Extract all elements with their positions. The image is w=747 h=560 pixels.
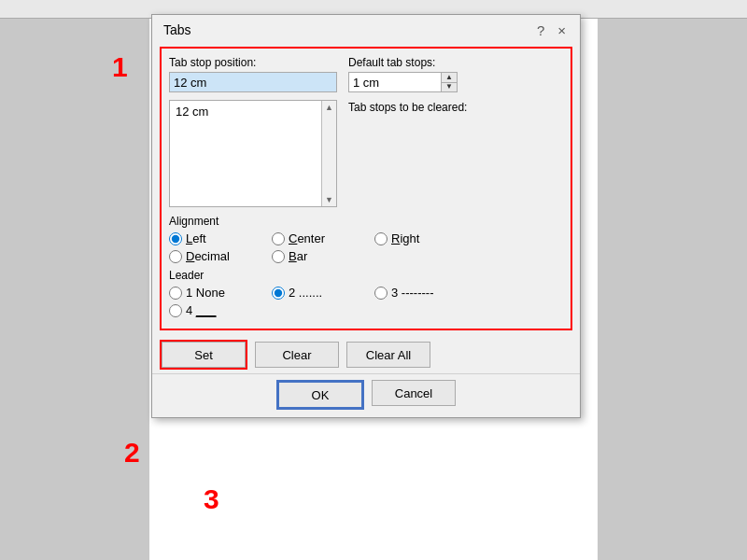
alignment-right-radio[interactable] [374, 232, 388, 245]
alignment-center[interactable]: Center [272, 231, 374, 245]
leader-section: Leader 1 None 2 ....... 3 -------- [169, 269, 563, 317]
alignment-center-radio[interactable] [272, 232, 285, 245]
tab-stop-input[interactable] [169, 72, 337, 92]
tabs-dialog: Tabs ? × Tab stop position: Default tab … [151, 14, 581, 418]
leader-4[interactable]: 4 ___ [169, 303, 272, 317]
leader-4-label: 4 ___ [186, 303, 217, 317]
alignment-bar-radio[interactable] [272, 250, 285, 263]
leader-3-radio[interactable] [374, 287, 388, 300]
close-button[interactable]: × [555, 23, 569, 37]
alignment-decimal[interactable]: Decimal [169, 249, 272, 263]
default-tab-stops-group: Default tab stops: ▲ ▼ [348, 56, 458, 92]
main-section: Tab stop position: Default tab stops: ▲ … [160, 47, 572, 330]
ok-button[interactable]: OK [278, 382, 362, 408]
leader-1[interactable]: 1 None [169, 286, 272, 300]
alignment-label: Alignment [169, 215, 563, 228]
cancel-button[interactable]: Cancel [372, 380, 456, 406]
alignment-right[interactable]: Right [374, 231, 477, 245]
leader-2-label: 2 ....... [289, 286, 322, 300]
alignment-left-label: Left [186, 231, 206, 245]
scroll-up-arrow[interactable]: ▲ [323, 101, 335, 114]
list-item[interactable]: 12 cm [172, 103, 334, 120]
default-tab-row: ▲ ▼ [348, 72, 458, 92]
scrollbar-vertical[interactable]: ▲ ▼ [321, 101, 336, 206]
leader-3[interactable]: 3 -------- [374, 286, 477, 300]
default-tab-label: Default tab stops: [348, 56, 458, 69]
alignment-decimal-label: Decimal [186, 249, 230, 263]
leader-4-radio[interactable] [169, 304, 182, 317]
default-tab-input[interactable] [348, 72, 442, 92]
alignment-row-1: Left Center Right [169, 231, 563, 245]
btn-row-1-inner: Set Clear Clear All [160, 340, 572, 370]
scroll-down-arrow[interactable]: ▼ [323, 193, 335, 206]
tab-list: 12 cm [170, 101, 336, 206]
alignment-bar-label: Bar [289, 249, 307, 263]
to-clear-label: Tab stops to be cleared: [348, 101, 467, 114]
clear-button[interactable]: Clear [255, 342, 339, 368]
set-button-wrapper: Set [160, 340, 247, 370]
tab-list-container: 12 cm ▲ ▼ [169, 100, 337, 207]
button-row-1: Set Clear Clear All [152, 334, 580, 373]
clear-all-button[interactable]: Clear All [346, 342, 430, 368]
tab-stop-position-group: Tab stop position: [169, 56, 337, 92]
tab-stops-area: 12 cm ▲ ▼ Tab stops to be cleared: [169, 100, 563, 207]
leader-3-label: 3 -------- [391, 286, 433, 300]
ok-button-wrapper: OK [276, 380, 364, 410]
alignment-bar[interactable]: Bar [272, 249, 374, 263]
leader-2[interactable]: 2 ....... [272, 286, 374, 300]
dialog-title: Tabs [163, 22, 191, 37]
leader-1-label: 1 None [186, 286, 225, 300]
annotation-1: 1 [112, 51, 128, 83]
annotation-3: 3 [204, 483, 219, 515]
spinner: ▲ ▼ [442, 72, 458, 92]
alignment-left[interactable]: Left [169, 231, 272, 245]
alignment-center-label: Center [289, 231, 325, 245]
leader-label: Leader [169, 269, 563, 282]
fields-row: Tab stop position: Default tab stops: ▲ … [169, 56, 563, 92]
alignment-decimal-radio[interactable] [169, 250, 182, 263]
set-button[interactable]: Set [162, 342, 246, 368]
alignment-left-radio[interactable] [169, 232, 182, 245]
spinner-up[interactable]: ▲ [442, 73, 457, 82]
tab-stop-label: Tab stop position: [169, 56, 337, 69]
spinner-down[interactable]: ▼ [442, 83, 457, 92]
dialog-titlebar: Tabs ? × [152, 15, 580, 43]
leader-1-radio[interactable] [169, 287, 182, 300]
leader-2-radio[interactable] [272, 287, 285, 300]
tab-stops-to-clear-group: Tab stops to be cleared: [348, 100, 563, 114]
leader-row-1: 1 None 2 ....... 3 -------- [169, 286, 563, 300]
button-row-2: OK Cancel [152, 373, 580, 417]
titlebar-controls: ? × [534, 23, 569, 37]
alignment-row-2: Decimal Bar [169, 249, 563, 263]
help-button[interactable]: ? [534, 23, 547, 37]
alignment-section: Alignment Left Center Right Deci [169, 215, 563, 263]
annotation-2: 2 [124, 437, 140, 469]
leader-row-2: 4 ___ [169, 303, 563, 317]
alignment-right-label: Right [391, 231, 419, 245]
